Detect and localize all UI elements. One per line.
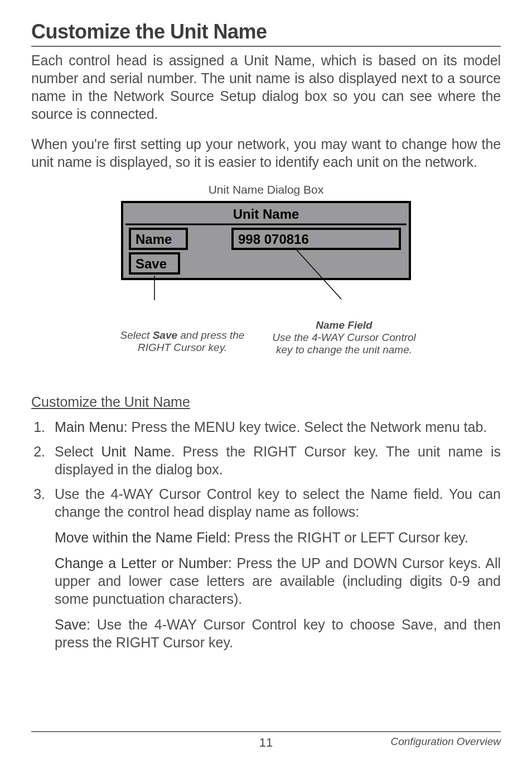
dialog-title-text: Unit Name <box>233 206 299 222</box>
dialog-name-value: 998 070816 <box>238 232 309 247</box>
figure-wrapper: Unit Name Name 998 070816 Save Select Sa… <box>31 201 501 379</box>
page-title: Customize the Unit Name <box>31 20 501 44</box>
unit-name-dialog-illustration: Unit Name Name 998 070816 Save <box>121 201 411 313</box>
footer-section: Configuration Overview <box>391 736 501 748</box>
step-3-sub-change: Change a Letter or Number: Press the UP … <box>55 554 501 608</box>
page-footer: 11 Configuration Overview <box>31 731 501 750</box>
step-2: Select Unit Name. Press the RIGHT Cursor… <box>49 443 501 478</box>
steps-list: Main Menu: Press the MENU key twice. Sel… <box>49 418 501 651</box>
intro-paragraph-1: Each control head is assigned a Unit Nam… <box>31 51 501 123</box>
dialog-save-label: Save <box>136 256 167 271</box>
step-3: Use the 4-WAY Cursor Control key to sele… <box>49 485 501 651</box>
intro-paragraph-2: When you're first setting up your networ… <box>31 135 501 171</box>
step-3-sub-save: Save: Use the 4-WAY Cursor Control key t… <box>55 616 501 651</box>
dialog-name-label: Name <box>136 232 172 247</box>
step-1: Main Menu: Press the MENU key twice. Sel… <box>49 418 501 436</box>
figure-caption: Unit Name Dialog Box <box>31 183 501 196</box>
callout-name-field: Name Field Use the 4-WAY Cursor Control … <box>272 319 417 356</box>
callout-save: Select Save and press the RIGHT Cursor k… <box>115 329 249 354</box>
section-heading: Customize the Unit Name <box>31 394 501 410</box>
page-number: 11 <box>259 736 273 750</box>
step-3-sub-move: Move within the Name Field: Press the RI… <box>55 528 501 546</box>
